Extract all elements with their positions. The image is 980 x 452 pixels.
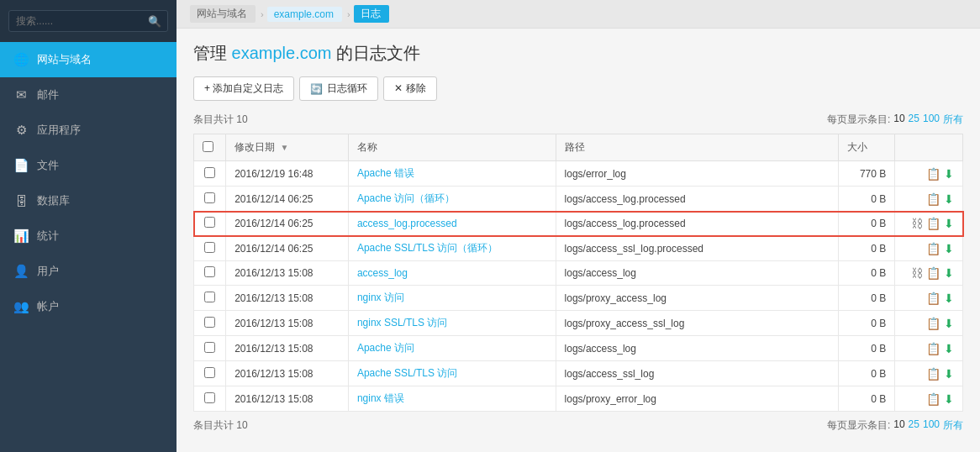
view-icon[interactable]: 📋 bbox=[926, 167, 940, 181]
row-checkbox-5[interactable] bbox=[204, 266, 215, 277]
select-all-checkbox[interactable] bbox=[203, 141, 213, 152]
view-icon[interactable]: 📋 bbox=[926, 342, 940, 355]
per-page-bottom-25[interactable]: 25 bbox=[909, 418, 919, 433]
sidebar-item-files[interactable]: 📄 文件 bbox=[0, 148, 177, 183]
row-name[interactable]: nginx 错误 bbox=[348, 386, 556, 412]
view-icon[interactable]: 📋 bbox=[926, 292, 940, 305]
row-checkbox-6[interactable] bbox=[204, 292, 215, 302]
sidebar-item-mail[interactable]: ✉ 邮件 bbox=[0, 77, 177, 113]
breadcrumb-logs[interactable]: 日志 bbox=[354, 5, 389, 23]
log-name-link[interactable]: access_log bbox=[357, 267, 408, 279]
row-name[interactable]: Apache 访问 bbox=[348, 336, 556, 361]
row-name[interactable]: Apache SSL/TLS 访问（循环） bbox=[348, 236, 556, 261]
log-name-link[interactable]: nginx 访问 bbox=[357, 292, 404, 303]
table-row: 2016/12/13 15:08nginx 错误logs/proxy_error… bbox=[194, 386, 963, 412]
sidebar-item-database[interactable]: 🗄 数据库 bbox=[0, 183, 177, 218]
row-date: 2016/12/13 15:08 bbox=[226, 386, 349, 412]
view-icon[interactable]: 📋 bbox=[926, 266, 940, 280]
row-name[interactable]: access_log.processed bbox=[348, 212, 556, 236]
download-icon[interactable]: ⬇ bbox=[944, 242, 954, 255]
log-name-link[interactable]: nginx 错误 bbox=[357, 392, 404, 404]
per-page-top: 每页显示条目: 10 25 100 所有 bbox=[827, 113, 963, 127]
breadcrumb-domain[interactable]: example.com bbox=[267, 7, 342, 22]
per-page-25[interactable]: 25 bbox=[909, 113, 919, 127]
per-page-bottom-all[interactable]: 所有 bbox=[943, 418, 963, 433]
download-icon[interactable]: ⬇ bbox=[944, 392, 954, 406]
sidebar-item-stats[interactable]: 📊 统计 bbox=[0, 218, 177, 254]
row-name[interactable]: Apache 访问（循环） bbox=[348, 187, 556, 212]
log-rotate-button[interactable]: 🔄 日志循环 bbox=[299, 76, 378, 101]
row-name[interactable]: nginx SSL/TLS 访问 bbox=[348, 311, 556, 336]
row-checkbox-10[interactable] bbox=[204, 392, 215, 403]
row-size: 0 B bbox=[838, 236, 894, 261]
gear-icon: ⚙ bbox=[13, 123, 29, 138]
log-name-link[interactable]: nginx SSL/TLS 访问 bbox=[357, 317, 447, 328]
per-page-all[interactable]: 所有 bbox=[943, 113, 963, 127]
log-name-link[interactable]: Apache 访问 bbox=[357, 342, 414, 354]
download-icon[interactable]: ⬇ bbox=[944, 217, 954, 230]
view-icon[interactable]: 📋 bbox=[926, 367, 940, 381]
log-name-link[interactable]: Apache SSL/TLS 访问 bbox=[357, 367, 457, 379]
download-icon[interactable]: ⬇ bbox=[944, 367, 954, 381]
per-page-100[interactable]: 100 bbox=[923, 113, 940, 127]
sidebar-item-label: 帐户 bbox=[37, 299, 59, 314]
view-icon[interactable]: 📋 bbox=[926, 392, 940, 406]
sidebar-item-websites[interactable]: 🌐 网站与域名 bbox=[0, 42, 177, 77]
row-name[interactable]: nginx 访问 bbox=[348, 286, 556, 311]
per-page-bottom-100[interactable]: 100 bbox=[923, 418, 940, 433]
row-actions: 📋⬇ bbox=[895, 386, 963, 412]
sidebar-item-label: 网站与域名 bbox=[37, 52, 92, 67]
database-icon: 🗄 bbox=[13, 194, 29, 208]
view-icon[interactable]: 📋 bbox=[926, 217, 940, 230]
sidebar-item-apps[interactable]: ⚙ 应用程序 bbox=[0, 113, 177, 148]
row-checkbox-4[interactable] bbox=[204, 242, 215, 253]
link-icon[interactable]: ⛓ bbox=[911, 266, 923, 280]
view-icon[interactable]: 📋 bbox=[926, 192, 940, 206]
sidebar-item-users[interactable]: 👤 用户 bbox=[0, 254, 177, 289]
search-input[interactable] bbox=[8, 10, 168, 32]
row-checkbox-9[interactable] bbox=[204, 367, 215, 378]
sidebar-item-label: 应用程序 bbox=[37, 123, 81, 138]
row-size: 0 B bbox=[838, 311, 894, 336]
view-icon[interactable]: 📋 bbox=[926, 317, 940, 330]
row-actions: 📋⬇ bbox=[895, 336, 963, 361]
row-date: 2016/12/14 06:25 bbox=[226, 212, 349, 236]
per-page-10[interactable]: 10 bbox=[893, 113, 904, 127]
row-actions: 📋⬇ bbox=[895, 311, 963, 336]
col-date-header[interactable]: 修改日期 ▼ bbox=[226, 134, 349, 161]
row-checkbox-1[interactable] bbox=[204, 167, 215, 178]
log-name-link[interactable]: access_log.processed bbox=[357, 218, 457, 229]
log-name-link[interactable]: Apache 错误 bbox=[357, 167, 414, 179]
row-path: logs/error_log bbox=[556, 161, 838, 187]
per-page-bottom-10[interactable]: 10 bbox=[893, 418, 904, 433]
table-header-row: 修改日期 ▼ 名称 路径 大小 bbox=[194, 134, 963, 161]
link-icon[interactable]: ⛓ bbox=[911, 217, 923, 230]
remove-button[interactable]: ✕ 移除 bbox=[383, 76, 436, 101]
table-row: 2016/12/13 15:08nginx SSL/TLS 访问logs/pro… bbox=[194, 311, 963, 336]
log-name-link[interactable]: Apache SSL/TLS 访问（循环） bbox=[357, 242, 498, 254]
row-checkbox-8[interactable] bbox=[204, 342, 215, 353]
row-date: 2016/12/13 15:08 bbox=[226, 311, 349, 336]
row-size: 0 B bbox=[838, 187, 894, 212]
download-icon[interactable]: ⬇ bbox=[944, 342, 954, 355]
download-icon[interactable]: ⬇ bbox=[944, 192, 954, 206]
row-name[interactable]: access_log bbox=[348, 261, 556, 286]
row-actions: 📋⬇ bbox=[895, 236, 963, 261]
breadcrumb-websites[interactable]: 网站与域名 bbox=[190, 5, 256, 23]
view-icon[interactable]: 📋 bbox=[926, 242, 940, 255]
toolbar: + 添加自定义日志 🔄 日志循环 ✕ 移除 bbox=[193, 76, 963, 101]
row-checkbox-2[interactable] bbox=[204, 192, 215, 203]
download-icon[interactable]: ⬇ bbox=[944, 167, 954, 181]
sidebar-item-accounts[interactable]: 👥 帐户 bbox=[0, 289, 177, 324]
download-icon[interactable]: ⬇ bbox=[944, 266, 954, 280]
download-icon[interactable]: ⬇ bbox=[944, 292, 954, 305]
breadcrumb-sep2: › bbox=[347, 9, 350, 19]
log-name-link[interactable]: Apache 访问（循环） bbox=[357, 192, 455, 204]
download-icon[interactable]: ⬇ bbox=[944, 317, 954, 330]
sidebar-search-container: 🔍 bbox=[0, 0, 177, 42]
add-custom-log-button[interactable]: + 添加自定义日志 bbox=[193, 76, 294, 101]
row-checkbox-3[interactable] bbox=[204, 217, 215, 228]
row-name[interactable]: Apache SSL/TLS 访问 bbox=[348, 361, 556, 386]
row-checkbox-7[interactable] bbox=[204, 317, 215, 328]
row-name[interactable]: Apache 错误 bbox=[348, 161, 556, 187]
